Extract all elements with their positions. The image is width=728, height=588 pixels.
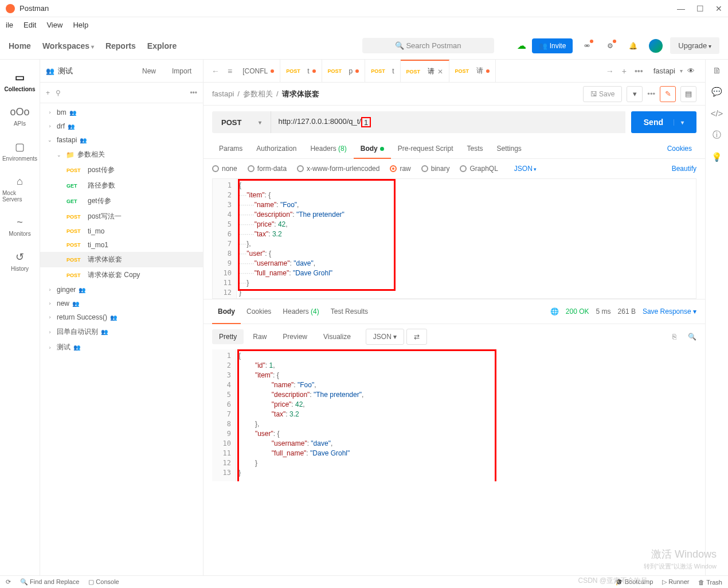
sync-icon[interactable]: ☁: [517, 40, 526, 51]
cookies-link[interactable]: Cookies: [663, 139, 696, 158]
request-tab[interactable]: POST请✕: [401, 60, 449, 83]
request-tab[interactable]: POST请: [449, 60, 496, 83]
crumb-1[interactable]: fastapi: [212, 89, 234, 98]
radio-graphql[interactable]: GraphQL: [460, 165, 498, 173]
edit-icon[interactable]: ✎: [660, 86, 676, 102]
tree-item[interactable]: POSTti_mo1: [40, 238, 203, 252]
settings-icon[interactable]: ⚙: [601, 37, 619, 54]
wrap-icon[interactable]: ⇄: [406, 329, 427, 345]
comment-icon[interactable]: ▤: [680, 86, 696, 102]
crumb-2[interactable]: 参数相关: [243, 89, 273, 99]
rail-apis[interactable]: oOoAPIs: [0, 99, 40, 134]
request-tab[interactable]: POSTt: [280, 60, 322, 83]
more-icon[interactable]: •••: [647, 89, 655, 98]
menu-file[interactable]: ile: [6, 21, 13, 29]
notifications-icon[interactable]: 🔔: [624, 37, 641, 54]
tree-item[interactable]: ›new👥: [40, 297, 203, 310]
globe-icon[interactable]: 🌐: [550, 307, 559, 316]
radio-formdata[interactable]: form-data: [248, 165, 287, 173]
capture-icon[interactable]: ⚮: [578, 37, 596, 54]
request-tab[interactable]: POSTt: [365, 60, 400, 83]
workspace-name[interactable]: 测试: [58, 66, 73, 76]
close-icon[interactable]: ✕: [715, 4, 722, 13]
tree-item[interactable]: GET路径参数: [40, 178, 203, 193]
tab-prerequest[interactable]: Pre-request Script: [391, 139, 460, 158]
tab-add-icon[interactable]: +: [619, 64, 630, 78]
tab-list-icon[interactable]: ≡: [224, 64, 236, 78]
tree-item[interactable]: POSTpost写法一: [40, 209, 203, 224]
tree-item[interactable]: ⌄fastapi👥: [40, 133, 203, 147]
tree-item[interactable]: POSTpost传参: [40, 162, 203, 178]
save-response[interactable]: Save Response ▾: [643, 307, 696, 316]
import-button[interactable]: Import: [166, 64, 197, 78]
maximize-icon[interactable]: ☐: [696, 4, 704, 13]
url-input[interactable]: http://127.0.0.1:8000/q_t/1: [271, 111, 625, 133]
tab-authorization[interactable]: Authorization: [249, 139, 303, 158]
menu-edit[interactable]: Edit: [24, 21, 36, 29]
docs-icon[interactable]: 🗎: [713, 65, 721, 75]
tree-item[interactable]: ›回单自动识别👥: [40, 324, 203, 340]
env-chevron-icon[interactable]: ▾: [680, 68, 683, 74]
radio-none[interactable]: none: [212, 165, 237, 173]
rail-mock servers[interactable]: ⌂Mock Servers: [0, 169, 40, 209]
code-icon[interactable]: </>: [711, 108, 723, 118]
hint-icon[interactable]: 💡: [711, 152, 722, 162]
nav-workspaces[interactable]: Workspaces: [42, 41, 94, 50]
view-pretty[interactable]: Pretty: [212, 329, 244, 344]
comments-icon[interactable]: 💬: [711, 87, 722, 97]
radio-binary[interactable]: binary: [421, 165, 450, 173]
nav-reports[interactable]: Reports: [105, 41, 136, 50]
tab-settings[interactable]: Settings: [490, 139, 528, 158]
save-dropdown-icon[interactable]: ▾: [627, 86, 643, 102]
info-icon[interactable]: ⓘ: [713, 130, 721, 141]
resp-tab-tests[interactable]: Test Results: [325, 305, 374, 318]
view-preview[interactable]: Preview: [276, 329, 314, 344]
tree-item[interactable]: POSTti_mo: [40, 224, 203, 238]
search-input[interactable]: 🔍 Search Postman: [362, 38, 494, 53]
tab-params[interactable]: Params: [212, 139, 249, 158]
environment-select[interactable]: fastapi: [653, 67, 675, 75]
invite-button[interactable]: 👥 Invite: [532, 38, 573, 53]
menu-view[interactable]: View: [46, 21, 62, 29]
resp-tab-body[interactable]: Body: [212, 305, 241, 318]
copy-icon[interactable]: ⎘: [672, 333, 676, 341]
new-button[interactable]: New: [136, 64, 162, 78]
tree-item[interactable]: ›ginger👥: [40, 283, 203, 297]
view-raw[interactable]: Raw: [246, 329, 273, 344]
tab-back-icon[interactable]: ←: [208, 64, 223, 78]
rail-collections[interactable]: ▭Collections: [0, 64, 40, 99]
radio-raw[interactable]: raw: [390, 165, 410, 173]
tree-item[interactable]: ›drf👥: [40, 119, 203, 133]
resp-format-select[interactable]: JSON ▾: [366, 329, 404, 345]
sb-find[interactable]: 🔍 Find and Replace: [20, 578, 79, 586]
view-visualize[interactable]: Visualize: [316, 329, 358, 344]
minimize-icon[interactable]: —: [677, 4, 685, 13]
tree-item[interactable]: ›测试👥: [40, 340, 203, 355]
tree-item[interactable]: POST请求体嵌套 Copy: [40, 267, 203, 283]
response-body-viewer[interactable]: 12345678910111213 { "id": 1, "item": { "…: [212, 349, 696, 481]
tab-body[interactable]: Body: [354, 139, 391, 158]
resp-tab-cookies[interactable]: Cookies: [241, 305, 277, 318]
resp-tab-headers[interactable]: Headers (4): [277, 305, 324, 318]
request-tab[interactable]: [CONFL: [237, 60, 280, 83]
menu-help[interactable]: Help: [73, 21, 88, 29]
method-select[interactable]: POST: [212, 111, 271, 133]
sb-runner[interactable]: ▷ Runner: [662, 578, 689, 586]
env-eye-icon[interactable]: 👁: [687, 67, 695, 75]
tree-item[interactable]: ⌄📁参数相关: [40, 147, 203, 162]
tree-item[interactable]: ›return Success()👥: [40, 310, 203, 324]
sb-sync-icon[interactable]: ⟳: [6, 578, 11, 586]
nav-explore[interactable]: Explore: [147, 41, 177, 50]
tree-item[interactable]: POST请求体嵌套: [40, 252, 203, 267]
save-button[interactable]: 🖫 Save: [583, 86, 623, 102]
nav-home[interactable]: Home: [9, 41, 31, 50]
tab-headers[interactable]: Headers (8): [303, 139, 353, 158]
sb-console[interactable]: ▢ Console: [88, 578, 119, 586]
filter-icon[interactable]: ⚲: [56, 89, 61, 97]
rail-history[interactable]: ↺History: [0, 244, 40, 279]
request-tab[interactable]: POSTp: [322, 60, 366, 83]
tree-item[interactable]: ›bm👥: [40, 106, 203, 119]
upgrade-button[interactable]: Upgrade: [670, 37, 719, 54]
tab-tests[interactable]: Tests: [460, 139, 490, 158]
avatar[interactable]: [647, 37, 664, 54]
